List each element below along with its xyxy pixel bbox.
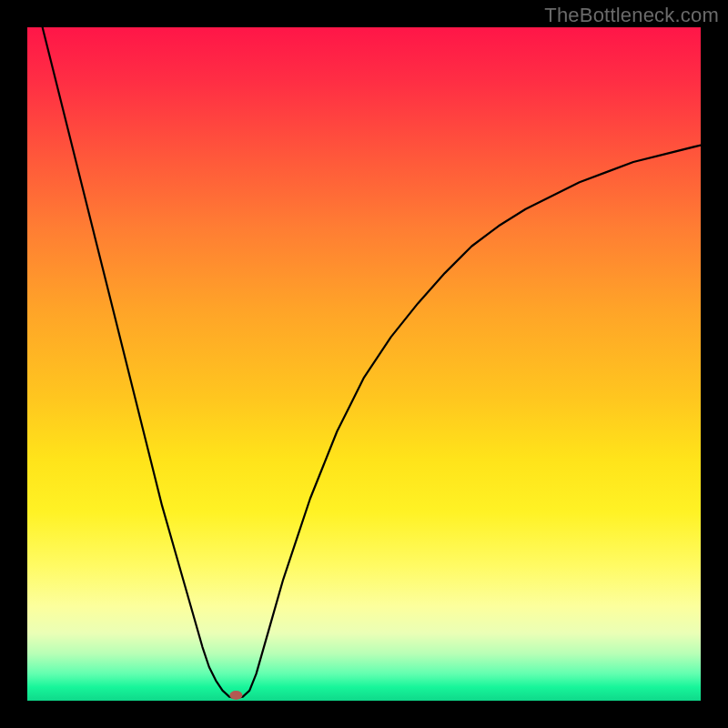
bottleneck-curve (27, 27, 701, 698)
chart-frame: TheBottleneck.com (0, 0, 728, 728)
plot-area (27, 27, 701, 701)
curve-layer (27, 27, 701, 701)
minimum-marker (229, 691, 242, 700)
watermark-text: TheBottleneck.com (544, 4, 719, 27)
